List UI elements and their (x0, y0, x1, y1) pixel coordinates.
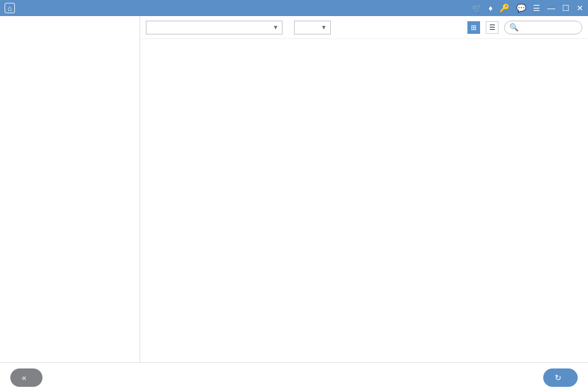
list-view-button[interactable]: ☰ (486, 21, 498, 34)
chevron-down-icon: ▼ (321, 24, 327, 30)
menu-icon[interactable]: ☰ (533, 3, 540, 13)
recover-button[interactable]: ↻ (543, 368, 578, 387)
toolbar: ▼ ▼ ⊞ ☰ 🔍 (140, 16, 588, 39)
sidebar (0, 16, 140, 362)
chat-icon[interactable]: 💬 (516, 3, 526, 13)
back-icon: « (22, 373, 26, 382)
search-box[interactable]: 🔍 (504, 21, 582, 34)
key-icon[interactable]: 🔑 (500, 3, 509, 13)
refresh-icon: ↻ (555, 373, 562, 382)
window-icons: 🛒 ♦ 🔑 💬 ☰ — ☐ ✕ (472, 3, 583, 13)
grid-view-button[interactable]: ⊞ (467, 21, 480, 34)
chevron-down-icon: ▼ (273, 24, 278, 30)
type-dropdown[interactable]: ▼ (294, 21, 331, 34)
maximize-icon[interactable]: ☐ (562, 3, 570, 13)
minimize-icon[interactable]: — (547, 3, 555, 13)
search-input[interactable] (521, 24, 572, 32)
titlebar: ⌂ 🛒 ♦ 🔑 💬 ☰ — ☐ ✕ (0, 0, 588, 16)
diamond-icon[interactable]: ♦ (489, 3, 493, 13)
close-icon[interactable]: ✕ (577, 3, 583, 13)
filter-dropdown[interactable]: ▼ (146, 21, 283, 34)
thumbnail-grid (140, 39, 588, 362)
back-button[interactable]: « (10, 368, 42, 387)
footer: « ↻ (0, 362, 588, 392)
cart-icon[interactable]: 🛒 (472, 3, 482, 13)
home-icon[interactable]: ⌂ (5, 3, 15, 13)
search-icon: 🔍 (509, 23, 519, 32)
